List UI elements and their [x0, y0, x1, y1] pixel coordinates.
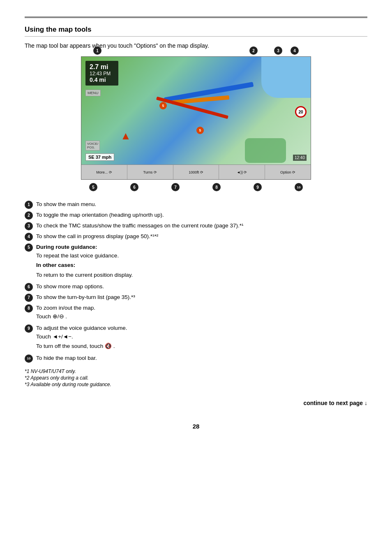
footnotes: *1 NV-U94T/U74T only. *2 Appears only du…: [25, 368, 367, 387]
instructions-list: 1 To show the main menu. 2 To toggle the…: [25, 200, 367, 363]
num-7: 7: [25, 294, 33, 302]
instruction-7: 7 To show the turn-by-turn list (page 35…: [25, 293, 367, 302]
callout-8: 8: [212, 183, 221, 191]
num-1: 1: [25, 201, 33, 209]
map-speed-limit: 20: [295, 106, 307, 118]
callout-2: 2: [249, 46, 258, 55]
instr-text-5-bold: During route guidance:: [36, 243, 97, 251]
page-number: 28: [25, 423, 367, 430]
num-2: 2: [25, 211, 33, 220]
callout-10: 10: [295, 183, 303, 191]
map-arrow-indicator: ▲: [120, 130, 131, 142]
instr-text-6: To show more map options.: [36, 283, 367, 291]
map-badge-5b: 5: [196, 127, 204, 134]
continue-label: continue to next page ↓: [25, 400, 367, 406]
instr-sub-8: Touch ⊕/⊖ .: [36, 313, 67, 321]
instruction-1: 1 To show the main menu.: [25, 200, 367, 209]
num-4: 4: [25, 233, 33, 241]
num-3: 3: [25, 222, 33, 230]
map-image: 2.7 mi 12:43 PM 0.4 mi MENU VOICE/POS. 5…: [81, 56, 311, 180]
callout-3: 3: [274, 46, 282, 55]
num-6: 6: [25, 283, 33, 291]
num-9: 9: [25, 324, 33, 333]
instruction-3: 3 To check the TMC status/show the traff…: [25, 222, 367, 230]
callout-7: 7: [171, 183, 180, 191]
instr-sub-9a: Touch ◄+/◄−.: [36, 333, 73, 341]
instr-sub-9b: To turn off the sound, touch 🔇 .: [36, 342, 115, 350]
toolbar-btn-sound[interactable]: ◄)) ⟳: [219, 165, 265, 179]
map-badge-5a: 5: [159, 102, 167, 109]
toolbar-btn-more[interactable]: More... ⟳: [81, 165, 127, 179]
instruction-8: 8 To zoom in/out the map. Touch ⊕/⊖ .: [25, 304, 367, 322]
footnote-1: *1 NV-U94T/U74T only.: [25, 368, 367, 374]
instr-text-9: To adjust the voice guidance volume.: [36, 324, 127, 332]
num-8: 8: [25, 304, 33, 313]
callout-6: 6: [130, 183, 138, 191]
map-distance-large: 2.7 mi: [90, 63, 114, 71]
footnote-2: *2 Appears only during a call.: [25, 375, 367, 381]
instr-sub-5a: To repeat the last voice guidance.: [36, 252, 119, 260]
map-toolbar: More... ⟳ Turns ⟳ 1000ft ⟳ ◄)) ⟳ Option …: [81, 164, 311, 179]
instr-text-3: To check the TMC status/show the traffic…: [36, 222, 367, 230]
footnote-3: *3 Available only during route guidance.: [25, 382, 367, 387]
toolbar-btn-turns[interactable]: Turns ⟳: [127, 165, 173, 179]
instr-text-1: To show the main menu.: [36, 200, 367, 208]
map-distance-small: 0.4 mi: [90, 76, 114, 83]
toolbar-btn-option[interactable]: Option ⟳: [265, 165, 311, 179]
instr-text-8: To zoom in/out the map.: [36, 304, 95, 312]
instruction-5: 5 During route guidance: To repeat the l…: [25, 243, 367, 280]
instr-text-2: To toggle the map orientation (heading u…: [36, 211, 367, 219]
instruction-9: 9 To adjust the voice guidance volume. T…: [25, 324, 367, 352]
callout-4: 4: [291, 46, 299, 55]
map-green-area: [245, 138, 286, 163]
map-info-panel: 2.7 mi 12:43 PM 0.4 mi: [85, 61, 118, 86]
top-border: [25, 16, 367, 18]
instr-sub-5b: To return to the current position displa…: [36, 271, 133, 279]
section-title: Using the map tools: [25, 25, 367, 37]
toolbar-btn-distance[interactable]: 1000ft ⟳: [173, 165, 219, 179]
map-menu-label: MENU: [85, 90, 101, 96]
map-wrapper: 1 2 3 4 2.7 mi 12:43 PM 0.4 mi MENU VOIC…: [81, 56, 311, 180]
callout-numbers-top: 1 2 3 4: [81, 46, 311, 55]
callout-numbers-bottom: 5 6 7 8 9 10: [81, 183, 311, 191]
instr-text-7: To show the turn-by-turn list (page 35).…: [36, 293, 367, 301]
instruction-4: 4 To show the call in progress display (…: [25, 232, 367, 241]
instruction-10: 10 To hide the map tool bar.: [25, 354, 367, 363]
instr-sub-5-bold: In other cases:: [36, 261, 75, 269]
map-clock: 12:40: [293, 155, 307, 161]
callout-9: 9: [254, 183, 262, 191]
map-water: [261, 57, 311, 98]
num-10: 10: [25, 354, 33, 363]
callout-5: 5: [89, 183, 97, 191]
map-time: 12:43 PM: [90, 71, 114, 76]
map-container: 1 2 3 4 2.7 mi 12:43 PM 0.4 mi MENU VOIC…: [25, 56, 367, 180]
instr-text-4: To show the call in progress display (pa…: [36, 232, 367, 241]
instruction-2: 2 To toggle the map orientation (heading…: [25, 211, 367, 220]
callout-spacer: [101, 46, 249, 55]
callout-1: 1: [93, 46, 101, 55]
num-5: 5: [25, 243, 33, 252]
map-voice-label: VOICE/POS.: [85, 141, 100, 151]
instruction-6: 6 To show more map options.: [25, 283, 367, 291]
map-speed: SE 37 mph: [85, 153, 114, 161]
instr-text-10: To hide the map tool bar.: [36, 354, 367, 362]
